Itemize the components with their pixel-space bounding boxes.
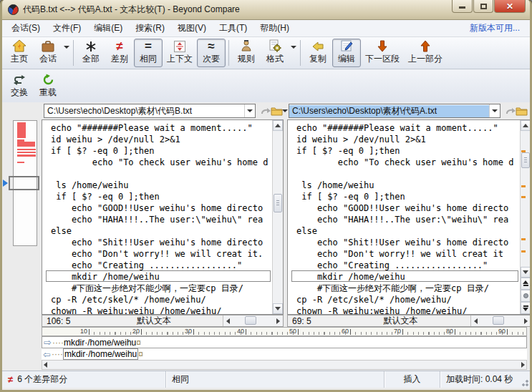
right-scroll-track[interactable] <box>521 131 531 267</box>
scroll-thumb[interactable] <box>493 316 504 325</box>
home-button[interactable]: 主页 <box>5 39 34 67</box>
left-horizontal-scrollbar[interactable] <box>223 315 283 326</box>
previous-diff-button[interactable] <box>521 278 531 290</box>
bar-icon <box>523 305 528 307</box>
scroll-left-button[interactable] <box>223 315 233 326</box>
scroll-track[interactable] <box>233 315 274 326</box>
triangle-right-icon <box>524 318 528 324</box>
show-differences-button[interactable]: ≠ 差别 <box>105 39 134 67</box>
left-path-text[interactable]: C:\Users\echo\Desktop\素材\代码B.txt <box>44 105 244 117</box>
arrow-right-icon: ⇨ <box>43 337 52 348</box>
diff-marker <box>521 185 526 187</box>
detail-row-right[interactable]: ⇦ ···· mkdir·/home/weihu ¤ <box>42 348 527 360</box>
left-scroll-thumb[interactable] <box>274 194 282 212</box>
triangle-left-icon[interactable] <box>44 362 47 368</box>
close-button[interactable]: ✕ <box>494 0 526 13</box>
scroll-down-button[interactable] <box>273 303 283 314</box>
new-version-link[interactable]: 新版本可用... <box>470 22 527 34</box>
right-cursor-position: 69: 5 <box>288 316 331 326</box>
detail-horizontal-scrollbar[interactable] <box>42 360 527 370</box>
left-editor-pane[interactable]: echo "#######Please wait a moment....." … <box>42 119 284 315</box>
right-code-text[interactable]: echo "#######Please wait a moment....." … <box>288 120 531 315</box>
home-label: 主页 <box>11 53 28 65</box>
left-syntax-label: 默认文本 <box>85 315 223 327</box>
copy-to-left-button[interactable]: 复制 <box>304 39 332 67</box>
left-path-dropdown[interactable] <box>244 104 255 117</box>
ruler-number: 30 <box>176 328 192 335</box>
diff-marker <box>521 250 526 253</box>
show-context-button[interactable]: 上下文 <box>163 39 197 67</box>
rules-button[interactable]: 规则 <box>232 39 261 67</box>
minimap-viewport[interactable] <box>9 176 39 190</box>
next-diff-button[interactable] <box>521 302 531 314</box>
left-pane-footer: 106: 5 默认文本 <box>42 315 284 327</box>
ignore-unimportant-button[interactable]: ≈ 次要 <box>197 39 226 67</box>
scroll-up-button[interactable] <box>273 120 283 131</box>
right-path-combo[interactable]: C:\Users\echo\Desktop\素材\代码A.txt <box>289 104 500 118</box>
detail-text[interactable]: mkdir·/home/weihu <box>64 338 136 348</box>
detail-row-left[interactable]: ⇨ ···· mkdir·/home/weihu ¤ <box>42 336 527 348</box>
scroll-right-button[interactable] <box>274 315 283 326</box>
right-vertical-scrollbar[interactable] <box>520 120 531 314</box>
right-scroll-thumb[interactable] <box>521 152 530 168</box>
left-scroll-track[interactable] <box>273 131 283 303</box>
show-same-button[interactable]: = 相同 <box>134 39 163 67</box>
resize-grip[interactable] <box>520 378 528 386</box>
ruler-number: 70 <box>385 328 401 335</box>
session-button[interactable]: 会话 <box>34 39 62 67</box>
toolbar-separator <box>73 40 74 66</box>
ruler-number: 80 <box>437 328 453 335</box>
show-all-button[interactable]: 全部 <box>77 39 105 67</box>
next-section-button[interactable]: 下一区段 <box>361 39 404 67</box>
right-browse-folder-icon[interactable] <box>515 104 528 117</box>
bar-icon <box>523 285 528 286</box>
left-browse-dropdown-icon[interactable] <box>281 104 289 117</box>
app-icon[interactable] <box>8 4 19 15</box>
menu-view[interactable]: 视图(V) <box>171 20 213 36</box>
menu-file[interactable]: 文件(F) <box>47 20 87 36</box>
right-path-dropdown[interactable] <box>489 104 500 117</box>
previous-section-button[interactable]: 上一部分 <box>404 39 447 67</box>
menu-session[interactable]: 会话(S) <box>5 20 47 36</box>
scroll-down-button[interactable] <box>521 267 531 278</box>
edit-button[interactable]: 编辑 <box>332 39 361 67</box>
triangle-down-icon <box>523 270 528 274</box>
right-path-text[interactable]: C:\Users\echo\Desktop\素材\代码A.txt <box>289 105 489 117</box>
left-path-combo[interactable]: C:\Users\echo\Desktop\素材\代码B.txt <box>44 104 256 118</box>
left-vertical-scrollbar[interactable] <box>272 120 283 314</box>
format-button[interactable]: 格式 <box>261 39 289 67</box>
menu-help[interactable]: 帮助(H) <box>253 20 296 36</box>
left-current-line-box <box>46 270 271 282</box>
diff-marker <box>521 196 526 198</box>
line-detail-pane[interactable]: ⇨ ···· mkdir·/home/weihu ¤ ⇦ ···· mkdir·… <box>42 336 527 360</box>
insert-mode-segment: 插入 <box>385 371 440 388</box>
session-dropdown-icon[interactable] <box>64 46 69 49</box>
center-current-button[interactable] <box>521 290 531 302</box>
reload-button[interactable]: 重载 <box>34 72 62 101</box>
triangle-up-icon <box>523 280 528 284</box>
scroll-left-button[interactable] <box>471 315 480 326</box>
ruler-number: 50 <box>281 328 296 335</box>
toolbar-separator <box>300 40 301 66</box>
menu-search[interactable]: 搜索(R) <box>129 20 171 36</box>
copy-left-arrow-icon <box>311 41 324 52</box>
scroll-up-button[interactable] <box>521 120 531 131</box>
triangle-right-icon[interactable] <box>521 362 525 368</box>
scroll-thumb[interactable] <box>245 316 256 325</box>
column-ruler: 10 20 30 40 50 60 70 80 90 <box>42 327 527 336</box>
menu-edit[interactable]: 编辑(E) <box>87 20 129 36</box>
right-horizontal-scrollbar[interactable] <box>470 315 531 326</box>
swap-button[interactable]: 交换 <box>5 72 34 101</box>
detail-text-selected[interactable]: mkdir·/home/weihu <box>63 348 138 360</box>
left-code-text[interactable]: echo "#######Please wait a moment....." … <box>42 120 283 315</box>
minimize-button[interactable] <box>452 0 473 13</box>
right-editor-pane[interactable]: echo "#######Please wait a moment....." … <box>287 119 531 315</box>
maximize-button[interactable] <box>473 0 493 13</box>
diff-count-segment: ≠ 6 个差异部分 <box>2 371 166 388</box>
scroll-track[interactable] <box>480 315 521 326</box>
titlebar[interactable]: 代码B.txt <--> 代码A.txt - 文本比较(T) - Beyond … <box>2 0 530 20</box>
scroll-right-button[interactable] <box>521 315 531 326</box>
format-dropdown-icon[interactable] <box>291 46 296 49</box>
menu-tools[interactable]: 工具(T) <box>213 20 253 36</box>
maximize-icon <box>480 4 487 9</box>
